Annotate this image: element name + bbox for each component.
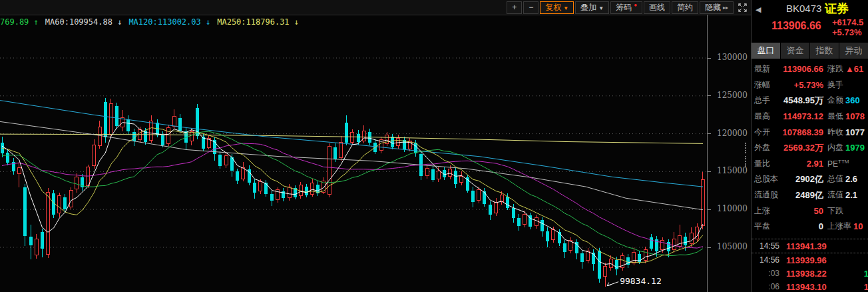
draw-line-button[interactable]: 画线 bbox=[644, 1, 670, 14]
ma-line-MA20 bbox=[2, 131, 703, 255]
axis-label-120000: 120000 bbox=[717, 129, 750, 138]
quote-row: 平盘0上涨率10 bbox=[752, 219, 868, 235]
tick-price: 113939.96 bbox=[786, 255, 868, 265]
price-change-pct: +5.73% bbox=[832, 27, 868, 37]
fuquan-button[interactable]: 复权▼ bbox=[540, 1, 574, 14]
axis-label-130000: 130000 bbox=[717, 53, 750, 62]
axis-label-110000: 110000 bbox=[717, 204, 750, 213]
field-value: 2489亿 bbox=[779, 189, 823, 201]
tick-price: 113941.39 bbox=[786, 241, 868, 251]
panel-splitter-handle[interactable] bbox=[745, 143, 750, 153]
tick-row: :03113938.221 bbox=[752, 267, 868, 280]
overlay-button[interactable]: 叠加▼ bbox=[575, 1, 609, 14]
quote-row: 外盘2569.32万内盘1979 bbox=[752, 140, 868, 156]
field-label: 下跌 bbox=[827, 205, 843, 217]
svg-text:99834.12: 99834.12 bbox=[620, 276, 662, 286]
ma-indicator-bar: 769.89 ↑MA60:109954.88 ↓MA120:113002.03 … bbox=[0, 15, 707, 29]
candlestick-layer bbox=[1, 98, 705, 286]
tick-time: :03 bbox=[752, 269, 779, 278]
tick-time: 14:56 bbox=[752, 255, 779, 265]
axis-tick-mark bbox=[708, 95, 711, 96]
axis-label-125000: 125000 bbox=[717, 91, 750, 100]
quote-tabs: 盘口资金指数异动 bbox=[752, 43, 868, 59]
chevron-down-icon: ▼ bbox=[598, 3, 604, 13]
simple-button[interactable]: 简约 bbox=[672, 1, 698, 14]
field-value: 1979 bbox=[845, 143, 865, 153]
field-value: 360 bbox=[845, 95, 860, 105]
tick-list[interactable]: 14:55113941.3914:56113939.96:03113938.22… bbox=[752, 239, 868, 292]
quote-row: 涨幅+5.73%换手 bbox=[752, 77, 868, 93]
quote-row: 量比2.91PETTM bbox=[752, 156, 868, 172]
field-value: 2.1 bbox=[845, 190, 857, 200]
candlestick-chart[interactable]: 99834.12 bbox=[0, 29, 707, 292]
field-value: 107868.39 bbox=[779, 127, 823, 137]
axis-tick-mark bbox=[708, 209, 711, 210]
stock-code: BK0473 bbox=[786, 3, 821, 14]
field-value: 2902亿 bbox=[779, 173, 823, 185]
tab-盘口[interactable]: 盘口 bbox=[752, 43, 781, 59]
quote-panel: ◀ BK0473 证券 113906.66 +6174.5 +5.73% 盘口资… bbox=[751, 0, 868, 292]
tick-row: 14:56113939.96 bbox=[752, 253, 868, 267]
field-label: 总股本 bbox=[754, 173, 779, 185]
zoom-in-button[interactable]: + bbox=[507, 1, 522, 14]
field-value: 1078 bbox=[845, 111, 865, 121]
hide-button[interactable]: 隐藏▸▸ bbox=[700, 1, 734, 14]
field-value: 2.6 bbox=[845, 174, 857, 184]
chouma-button[interactable]: 筹码● bbox=[610, 1, 642, 14]
quote-rows: 最新113906.66涨跌▲61涨幅+5.73%换手总手4548.95万金额36… bbox=[752, 61, 868, 235]
axis-label-115000: 115000 bbox=[717, 166, 750, 175]
stock-name: 证券 bbox=[825, 1, 849, 17]
ma-label-0: 769.89 ↑ bbox=[0, 17, 39, 27]
field-value: ▲61 bbox=[845, 64, 863, 74]
chart-canvas: 99834.12 bbox=[0, 29, 707, 292]
ma-label-2: MA120:113002.03 ↓ bbox=[128, 17, 210, 27]
field-value: 50 bbox=[779, 206, 823, 216]
tab-指数[interactable]: 指数 bbox=[810, 43, 839, 59]
tick-time: :06 bbox=[752, 282, 779, 291]
field-value: 4548.95万 bbox=[779, 95, 823, 107]
quote-row: 总股本2902亿总值2.6 bbox=[752, 171, 868, 187]
field-label: 最新 bbox=[754, 63, 779, 75]
zoom-out-button[interactable]: − bbox=[523, 1, 539, 14]
field-label: 金额 bbox=[827, 95, 843, 106]
change-box: +6174.5 +5.73% bbox=[832, 17, 868, 37]
axis-tick-mark bbox=[708, 133, 711, 134]
axis-tick-mark bbox=[708, 247, 711, 248]
quote-row: 上涨50下跌 bbox=[752, 203, 868, 219]
fullscreen-expand-icon[interactable] bbox=[736, 2, 749, 13]
axis-label-105000: 105000 bbox=[717, 242, 750, 251]
collapse-panel-icon[interactable]: ◀ bbox=[756, 5, 761, 14]
field-label: 流值 bbox=[827, 189, 843, 201]
field-label: 总手 bbox=[754, 95, 779, 106]
quote-header: ◀ BK0473 证券 113906.66 +6174.5 +5.73% bbox=[752, 0, 868, 41]
field-label: 涨跌 bbox=[827, 63, 843, 75]
ma-label-3: MA250:118796.31 ↓ bbox=[217, 17, 299, 27]
tab-资金[interactable]: 资金 bbox=[781, 43, 810, 59]
field-value: 114973.12 bbox=[779, 111, 823, 121]
tick-price: 113943.10 bbox=[786, 282, 864, 292]
tick-volume: 1 bbox=[864, 269, 868, 279]
quote-row: 今开107868.39昨收1077 bbox=[752, 124, 868, 140]
axis-tick-mark bbox=[708, 171, 711, 172]
field-label: 最高 bbox=[754, 111, 779, 122]
ma-label-1: MA60:109954.88 ↓ bbox=[45, 17, 122, 27]
quote-row: 总手4548.95万金额360 bbox=[752, 93, 868, 109]
quote-row: 流通股2489亿流值2.1 bbox=[752, 187, 868, 203]
axis-tick-mark bbox=[708, 58, 711, 59]
field-label: 量比 bbox=[754, 158, 779, 169]
red-dot-badge: ● bbox=[634, 0, 637, 10]
field-value: 1077 bbox=[845, 127, 865, 137]
field-label: PETTM bbox=[827, 159, 849, 169]
grid-layer bbox=[0, 58, 707, 247]
field-label: 昨收 bbox=[827, 127, 843, 138]
tab-异动[interactable]: 异动 bbox=[839, 43, 868, 59]
field-value: 2.91 bbox=[779, 159, 823, 169]
chart-toolbar: +−复权▼叠加▼筹码●画线简约隐藏▸▸ bbox=[0, 0, 751, 15]
field-label: 平盘 bbox=[754, 221, 779, 232]
field-label: 流通股 bbox=[754, 189, 779, 201]
field-value: 113906.66 bbox=[779, 64, 823, 74]
price-change: +6174.5 bbox=[832, 17, 868, 27]
tick-row: :06113943.101 bbox=[752, 280, 868, 292]
field-label: 外盘 bbox=[754, 142, 779, 153]
field-value: 0 bbox=[779, 221, 823, 231]
